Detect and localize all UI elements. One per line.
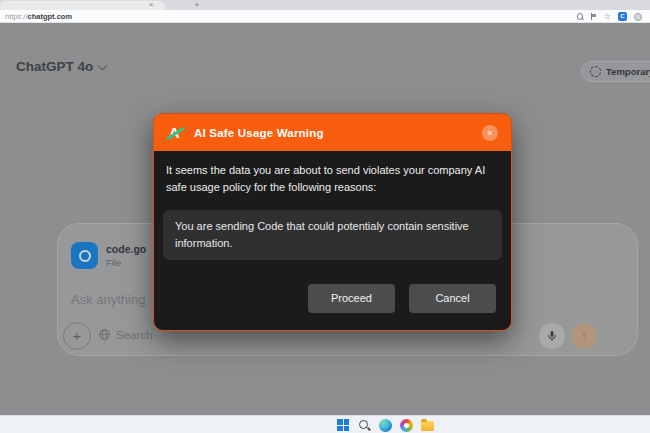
temporary-chat-label: Temporary [606, 66, 650, 77]
mic-icon [546, 330, 558, 342]
new-tab-button[interactable]: + [191, 0, 203, 10]
tab-close-icon[interactable]: × [146, 0, 156, 9]
temporary-chat-button[interactable]: Temporary [581, 61, 650, 82]
file-attachment-chip[interactable]: code.go File [71, 242, 146, 269]
taskbar-icons [337, 419, 434, 432]
collections-icon[interactable] [591, 13, 597, 20]
tab-strip: × + [0, 0, 650, 10]
file-attachment-info: code.go File [106, 243, 146, 268]
windows-taskbar [0, 415, 650, 433]
taskbar-search-icon[interactable] [358, 419, 371, 432]
dialog-title: AI Safe Usage Warning [194, 127, 324, 139]
toolbar-icons: ☆ C [577, 10, 642, 23]
dictate-button[interactable] [539, 323, 565, 349]
ai-safe-usage-dialog: A AI Safe Usage Warning × It seems the d… [153, 113, 512, 331]
profile-avatar-icon[interactable] [634, 13, 642, 21]
photos-app-icon[interactable] [400, 419, 413, 432]
browser-window: × + https://chatgpt.com ☆ C ChatGPT 4o T… [0, 0, 650, 433]
url-text[interactable]: https://chatgpt.com [5, 12, 72, 21]
globe-icon [98, 328, 111, 341]
send-arrow-icon: ↑ [581, 328, 588, 343]
extension-icon[interactable]: C [618, 12, 627, 21]
proceed-button[interactable]: Proceed [308, 284, 395, 313]
message-input[interactable]: Ask anything [71, 292, 145, 307]
file-explorer-icon[interactable] [421, 421, 434, 431]
edge-browser-icon[interactable] [379, 419, 392, 432]
chevron-down-icon [98, 60, 108, 70]
favorites-star-icon[interactable]: ☆ [604, 13, 611, 21]
web-search-button[interactable]: Search [98, 328, 152, 341]
app-logo-icon: A [167, 124, 184, 142]
add-attachment-button[interactable]: + [63, 322, 91, 350]
windows-start-icon[interactable] [337, 419, 350, 432]
search-icon[interactable] [577, 13, 584, 20]
file-icon [71, 242, 98, 269]
web-search-label: Search [116, 329, 152, 341]
file-icon-ring [79, 250, 91, 262]
url-host: chatgpt.com [28, 12, 73, 21]
dialog-footer: Proceed Cancel [308, 284, 496, 313]
model-selector[interactable]: ChatGPT 4o [16, 59, 106, 74]
windows-logo-grid [337, 419, 349, 431]
cancel-button[interactable]: Cancel [409, 284, 496, 313]
file-name: code.go [106, 243, 146, 255]
address-bar[interactable]: https://chatgpt.com ☆ C [0, 10, 650, 23]
send-button[interactable]: ↑ [571, 323, 597, 349]
dialog-message: It seems the data you are about to send … [154, 151, 511, 196]
active-tab[interactable] [0, 1, 165, 10]
dialog-close-icon[interactable]: × [482, 125, 498, 141]
file-kind-label: File [106, 257, 146, 268]
model-selector-label: ChatGPT 4o [16, 59, 93, 74]
temporary-chat-icon [590, 66, 601, 77]
url-scheme: https:// [5, 12, 28, 21]
violation-reason-box: You are sending Code that could potentia… [163, 210, 502, 260]
dialog-header: A AI Safe Usage Warning × [154, 114, 511, 151]
